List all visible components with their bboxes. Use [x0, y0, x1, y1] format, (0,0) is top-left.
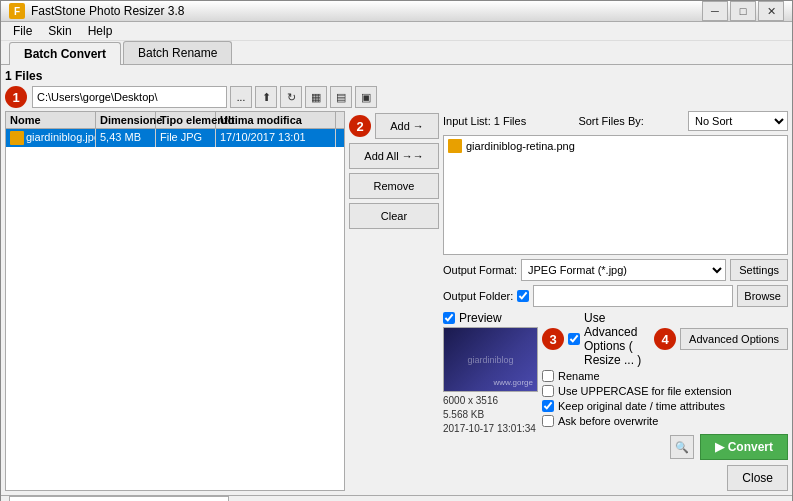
toolbar-btn-2[interactable]: ↻ — [280, 86, 302, 108]
toolbar-btn-1[interactable]: ⬆ — [255, 86, 277, 108]
center-buttons-panel: 2 Add → Add All →→ Remove Clear — [349, 111, 439, 491]
preview-section: Preview giardiniblog www.gorge 6000 x 35… — [443, 311, 538, 436]
input-list-box: giardiniblog-retina.png — [443, 135, 788, 255]
menu-file[interactable]: File — [5, 22, 40, 40]
search-icon-button[interactable]: 🔍 — [670, 435, 694, 459]
preview-info: 6000 x 3516 5.568 KB 2017-10-17 13:01:34 — [443, 394, 538, 436]
badge-4: 4 — [654, 328, 676, 350]
main-window: F FastStone Photo Resizer 3.8 ─ □ ✕ File… — [0, 0, 793, 501]
col-header-size: Dimensione — [96, 112, 156, 128]
output-folder-row: Output Folder: Browse — [443, 285, 788, 307]
rename-checkbox[interactable] — [542, 370, 554, 382]
output-format-row: Output Format: JPEG Format (*.jpg) Setti… — [443, 259, 788, 281]
path-browse-button[interactable]: ... — [230, 86, 252, 108]
keep-date-label: Keep original date / time attributes — [558, 400, 725, 412]
close-window-button[interactable]: ✕ — [758, 1, 784, 21]
toolbar-btn-4[interactable]: ▤ — [330, 86, 352, 108]
close-button[interactable]: Close — [727, 465, 788, 491]
keep-date-row: Keep original date / time attributes — [542, 400, 788, 412]
file-list-panel: Nome Dimensione Tipo elemento Ultima mod… — [5, 111, 345, 491]
col-header-type: Tipo elemento — [156, 112, 216, 128]
output-format-label: Output Format: — [443, 264, 517, 276]
input-list-label: Input List: 1 Files — [443, 115, 526, 127]
clear-button[interactable]: Clear — [349, 203, 439, 229]
rename-row: Rename — [542, 370, 788, 382]
output-format-select[interactable]: JPEG Format (*.jpg) — [521, 259, 726, 281]
keep-date-checkbox[interactable] — [542, 400, 554, 412]
output-folder-input[interactable] — [533, 285, 733, 307]
table-row[interactable]: giardiniblog.jpg 5,43 MB File JPG 17/10/… — [6, 129, 344, 147]
bottom-bar: JPEG Format (*.jpg;*.jpeg;*.jpe) www.Fas… — [1, 495, 792, 501]
preview-datetime: 2017-10-17 13:01:34 — [443, 422, 538, 436]
preview-label-row: Preview — [443, 311, 538, 325]
preview-label: Preview — [459, 311, 502, 325]
list-item-name: giardiniblog-retina.png — [466, 140, 575, 152]
bottom-options-section: Preview giardiniblog www.gorge 6000 x 35… — [443, 311, 788, 491]
badge-1: 1 — [5, 86, 27, 108]
preview-overlay: www.gorge — [493, 378, 533, 387]
preview-checkbox[interactable] — [443, 312, 455, 324]
file-name-cell: giardiniblog.jpg — [6, 129, 96, 147]
toolbar-btn-3[interactable]: ▦ — [305, 86, 327, 108]
preview-filesize: 5.568 KB — [443, 408, 538, 422]
badge-2: 2 — [349, 115, 371, 137]
add-button[interactable]: Add → — [375, 113, 439, 139]
file-date-cell: 17/10/2017 13:01 — [216, 129, 336, 147]
list-item-icon — [448, 139, 462, 153]
tab-batch-convert[interactable]: Batch Convert — [9, 42, 121, 65]
sort-label: Sort Files By: — [578, 115, 643, 127]
input-list-header: Input List: 1 Files Sort Files By: No So… — [443, 111, 788, 131]
output-folder-label: Output Folder: — [443, 290, 513, 302]
right-panel: Input List: 1 Files Sort Files By: No So… — [443, 111, 788, 491]
preview-img-text: giardiniblog — [467, 355, 513, 365]
ask-overwrite-checkbox[interactable] — [542, 415, 554, 427]
file-type-cell: File JPG — [156, 129, 216, 147]
bottom-format-select[interactable]: JPEG Format (*.jpg;*.jpeg;*.jpe) — [9, 496, 229, 501]
main-content: 1 Files 1 ... ⬆ ↻ ▦ ▤ ▣ Nome Dimensione … — [1, 65, 792, 495]
menu-help[interactable]: Help — [80, 22, 121, 40]
remove-button[interactable]: Remove — [349, 173, 439, 199]
convert-arrow-icon: ▶ — [715, 440, 724, 454]
preview-image: giardiniblog www.gorge — [443, 327, 538, 392]
uppercase-row: Use UPPERCASE for file extension — [542, 385, 788, 397]
list-item[interactable]: giardiniblog-retina.png — [446, 138, 785, 154]
advanced-options-button[interactable]: Advanced Options — [680, 328, 788, 350]
ask-overwrite-label: Ask before overwrite — [558, 415, 658, 427]
window-controls: ─ □ ✕ — [702, 1, 784, 21]
add-all-button[interactable]: Add All →→ — [349, 143, 439, 169]
minimize-button[interactable]: ─ — [702, 1, 728, 21]
file-table-header: Nome Dimensione Tipo elemento Ultima mod… — [6, 112, 344, 129]
uppercase-label: Use UPPERCASE for file extension — [558, 385, 732, 397]
title-bar: F FastStone Photo Resizer 3.8 ─ □ ✕ — [1, 1, 792, 22]
file-count: 1 Files — [5, 69, 788, 83]
use-advanced-checkbox[interactable] — [568, 333, 580, 345]
convert-label: Convert — [728, 440, 773, 454]
tab-bar: Batch Convert Batch Rename — [1, 41, 792, 65]
preview-dimensions: 6000 x 3516 — [443, 394, 538, 408]
browse-folder-button[interactable]: Browse — [737, 285, 788, 307]
maximize-button[interactable]: □ — [730, 1, 756, 21]
path-toolbar-row: 1 ... ⬆ ↻ ▦ ▤ ▣ — [5, 86, 788, 108]
toolbar-btn-5[interactable]: ▣ — [355, 86, 377, 108]
rename-label: Rename — [558, 370, 600, 382]
file-table: Nome Dimensione Tipo elemento Ultima mod… — [5, 111, 345, 491]
settings-button[interactable]: Settings — [730, 259, 788, 281]
options-section: 3 Use Advanced Options ( Resize ... ) 4 … — [542, 311, 788, 491]
sort-select[interactable]: No Sort — [688, 111, 788, 131]
folder-path-input[interactable] — [32, 86, 227, 108]
middle-section: Nome Dimensione Tipo elemento Ultima mod… — [5, 111, 788, 491]
ask-overwrite-row: Ask before overwrite — [542, 415, 788, 427]
menu-bar: File Skin Help — [1, 22, 792, 41]
uppercase-checkbox[interactable] — [542, 385, 554, 397]
output-folder-checkbox[interactable] — [517, 290, 529, 302]
app-icon: F — [9, 3, 25, 19]
col-header-name: Nome — [6, 112, 96, 128]
menu-skin[interactable]: Skin — [40, 22, 79, 40]
badge-3: 3 — [542, 328, 564, 350]
tab-batch-rename[interactable]: Batch Rename — [123, 41, 232, 64]
options-top-row: 3 Use Advanced Options ( Resize ... ) 4 … — [542, 311, 788, 367]
file-size-cell: 5,43 MB — [96, 129, 156, 147]
file-icon — [10, 131, 24, 145]
col-header-date: Ultima modifica — [216, 112, 336, 128]
convert-button[interactable]: ▶ Convert — [700, 434, 788, 460]
